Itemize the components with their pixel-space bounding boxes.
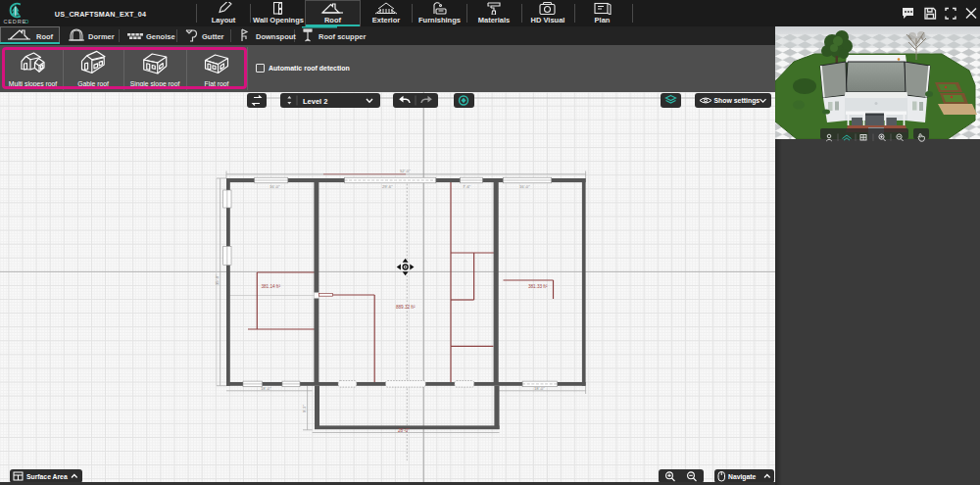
svg-text:52'-0": 52'-0" xyxy=(400,169,411,173)
svg-text:O: O xyxy=(24,19,29,24)
svg-text:CEDRE: CEDRE xyxy=(4,19,27,24)
svg-text:35'-0": 35'-0" xyxy=(215,274,220,285)
svg-text:18'-0": 18'-0" xyxy=(534,386,545,391)
svg-text:381.14 ft²: 381.14 ft² xyxy=(262,284,281,289)
svg-text:29'-6": 29'-6" xyxy=(382,184,393,189)
svg-text:16'-0": 16'-0" xyxy=(519,184,530,189)
svg-text:28'-0": 28'-0" xyxy=(398,428,410,433)
svg-text:9'-3": 9'-3" xyxy=(303,405,307,412)
svg-text:16'-0": 16'-0" xyxy=(270,184,280,189)
svg-text:381.33 ft²: 381.33 ft² xyxy=(528,284,548,289)
svg-text:889.32 ft²: 889.32 ft² xyxy=(396,305,416,310)
svg-text:7'-6": 7'-6" xyxy=(463,184,471,189)
svg-text:18'-0": 18'-0" xyxy=(261,386,271,391)
